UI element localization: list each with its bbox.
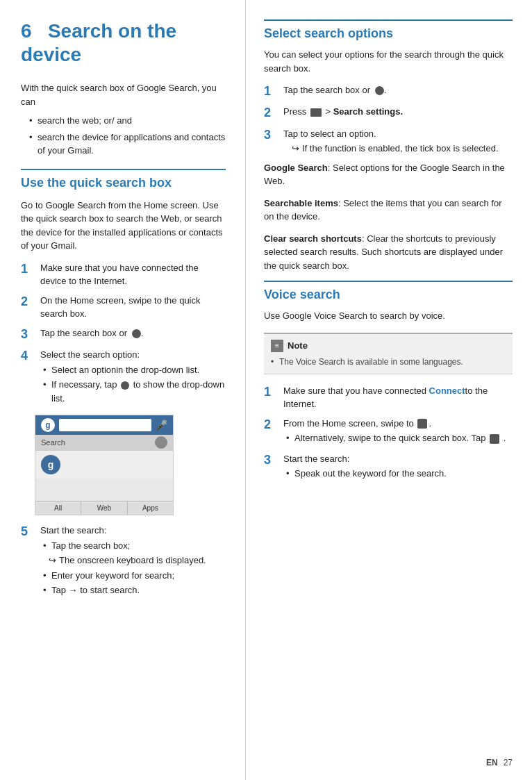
select-step-content-1: Tap the search box or . bbox=[283, 83, 513, 99]
list-item: Select an optionin the drop-down list. bbox=[43, 363, 226, 377]
voice-step-content-1: Make sure that you have connected Connec… bbox=[283, 384, 513, 411]
select-step-number-1: 1 bbox=[264, 83, 279, 99]
footer-lang: EN bbox=[486, 758, 498, 767]
step-1: 1 Make sure that you have connected the … bbox=[21, 261, 226, 288]
select-step-number-2: 2 bbox=[264, 105, 279, 121]
step-content-3: Tap the search box or . bbox=[40, 326, 226, 342]
phone-screenshot: g 🎤 All Search g All Web Apps bbox=[35, 415, 174, 515]
intro-bullets: search the web; or/ and search the devic… bbox=[21, 114, 226, 158]
clear-def: Clear search shortcuts: Clear the shortc… bbox=[264, 232, 513, 273]
step-5: 5 Start the search: Tap the search box; … bbox=[21, 524, 226, 599]
searchable-label: Searchable items bbox=[264, 198, 338, 208]
step-content-4: Select the search option: Select an opti… bbox=[40, 348, 226, 406]
right-column: Select search options You can select you… bbox=[246, 0, 532, 780]
search-bar-phone bbox=[59, 419, 151, 431]
step-3: 3 Tap the search box or . bbox=[21, 326, 226, 342]
phone-google-row: g bbox=[35, 450, 173, 479]
select-step-content-3: Tap to select an option. ↪ If the functi… bbox=[283, 127, 513, 156]
phone-tab-web: Web bbox=[81, 501, 127, 515]
arrow-right-icon: ↪ bbox=[49, 554, 56, 567]
footer-page-number: 27 bbox=[504, 758, 513, 767]
google-search-def: Google Search: Select options for the Go… bbox=[264, 161, 513, 188]
select-step-3: 3 Tap to select an option. ↪ If the func… bbox=[264, 127, 513, 156]
list-item: search the web; or/ and bbox=[29, 114, 226, 128]
phone-top-bar: g 🎤 bbox=[35, 415, 173, 435]
select-step-number-3: 3 bbox=[264, 127, 279, 156]
phone-tabs: All Web Apps bbox=[35, 501, 173, 515]
select-step3-arrow: ↪ If the function is enabled, the tick b… bbox=[283, 142, 513, 156]
note-box: ≡ Note The Voice Search is available in … bbox=[264, 333, 513, 374]
voice-step3-bullets: Speak out the keyword for the search. bbox=[283, 467, 513, 481]
select-section-title: Select search options bbox=[264, 19, 513, 41]
google-search-label: Google Search bbox=[264, 163, 328, 173]
clear-label: Clear search shortcuts bbox=[264, 233, 362, 244]
google-g-icon: g bbox=[41, 418, 55, 432]
voice-step-3: 3 Start the search: Speak out the keywor… bbox=[264, 452, 513, 482]
note-header: ≡ Note bbox=[271, 340, 506, 352]
home-icon-inline2 bbox=[490, 434, 499, 444]
select-body: You can select your options for the sear… bbox=[264, 48, 513, 75]
intro-text: With the quick search box of Google Sear… bbox=[21, 81, 226, 108]
search-label-icon bbox=[155, 436, 167, 449]
step-content-2: On the Home screen, swipe to the quick s… bbox=[40, 294, 226, 321]
search-icon-inline bbox=[132, 329, 141, 338]
voice-step-number-3: 3 bbox=[264, 452, 279, 482]
voice-step-1: 1 Make sure that you have connected Conn… bbox=[264, 384, 513, 411]
list-item: If necessary, tap to show the drop-down … bbox=[43, 378, 226, 405]
select-step-content-2: Press > Search settings. bbox=[283, 105, 513, 121]
voice-step-number-1: 1 bbox=[264, 384, 279, 411]
step-4: 4 Select the search option: Select an op… bbox=[21, 348, 226, 406]
page-footer: EN 27 bbox=[486, 758, 513, 767]
note-content: The Voice Search is available in some la… bbox=[271, 356, 506, 368]
chapter-title-text: Search on the device bbox=[21, 20, 176, 65]
voice-body: Use Google Voice Search to search by voi… bbox=[264, 309, 513, 323]
chapter-number: 6 bbox=[21, 20, 32, 42]
list-item: Alternatively, swipe to the quick search… bbox=[286, 431, 513, 445]
step-number-2: 2 bbox=[21, 294, 36, 321]
left-column: 6 Search on the device With the quick se… bbox=[0, 0, 246, 780]
list-item: Tap the search box; bbox=[43, 539, 226, 553]
search-icon-inline3 bbox=[375, 86, 384, 95]
phone-tab-all: All bbox=[35, 501, 81, 515]
searchable-def: Searchable items: Select the items that … bbox=[264, 197, 513, 224]
page: 6 Search on the device With the quick se… bbox=[0, 0, 532, 780]
step5-bullets: Tap the search box; bbox=[40, 539, 226, 553]
note-label: Note bbox=[288, 340, 308, 351]
step-number-1: 1 bbox=[21, 261, 36, 288]
menu-icon-inline bbox=[310, 108, 322, 117]
arrow-right-icon2: ↪ bbox=[292, 142, 299, 156]
connect-bold: Connect bbox=[429, 385, 465, 396]
phone-tab-apps: Apps bbox=[128, 501, 173, 515]
step-2: 2 On the Home screen, swipe to the quick… bbox=[21, 294, 226, 321]
step-content-5: Start the search: Tap the search box; ↪ … bbox=[40, 524, 226, 599]
section1-title: Use the quick search box bbox=[21, 169, 226, 190]
note-icon: ≡ bbox=[271, 340, 283, 352]
search-settings-bold: Search settings. bbox=[333, 106, 403, 117]
list-item: Enter your keyword for search; bbox=[43, 569, 226, 583]
phone-g-icon: g bbox=[41, 455, 60, 474]
phone-search-label: All Search bbox=[35, 435, 173, 450]
list-item: search the device for applications and c… bbox=[29, 131, 226, 158]
step5-arrow1: ↪ The onscreen keyboard is displayed. bbox=[40, 554, 226, 567]
chapter-title: 6 Search on the device bbox=[21, 19, 226, 66]
home-icon-inline bbox=[417, 419, 427, 429]
mic-icon: 🎤 bbox=[156, 420, 167, 431]
list-item: Speak out the keyword for the search. bbox=[286, 467, 513, 481]
step4-bullets: Select an optionin the drop-down list. I… bbox=[40, 363, 226, 406]
step-number-5: 5 bbox=[21, 524, 36, 599]
step-content-1: Make sure that you have connected the de… bbox=[40, 261, 226, 288]
select-step-1: 1 Tap the search box or . bbox=[264, 83, 513, 99]
voice-step-2: 2 From the Home screen, swipe to . Alter… bbox=[264, 417, 513, 447]
list-item: The Voice Search is available in some la… bbox=[271, 356, 506, 368]
list-item: Tap → to start search. bbox=[43, 583, 226, 597]
phone-screen: g 🎤 All Search g All Web Apps bbox=[35, 415, 173, 515]
voice-step2-bullets: Alternatively, swipe to the quick search… bbox=[283, 431, 513, 445]
select-step-2: 2 Press > Search settings. bbox=[264, 105, 513, 121]
step-number-3: 3 bbox=[21, 326, 36, 342]
voice-step-content-2: From the Home screen, swipe to . Alterna… bbox=[283, 417, 513, 447]
search-icon-inline2 bbox=[121, 381, 129, 390]
section1-body: Go to Google Search from the Home screen… bbox=[21, 199, 226, 253]
step5-bullets2: Enter your keyword for search; Tap → to … bbox=[40, 569, 226, 597]
voice-step-content-3: Start the search: Speak out the keyword … bbox=[283, 452, 513, 482]
voice-section-title: Voice search bbox=[264, 281, 513, 302]
